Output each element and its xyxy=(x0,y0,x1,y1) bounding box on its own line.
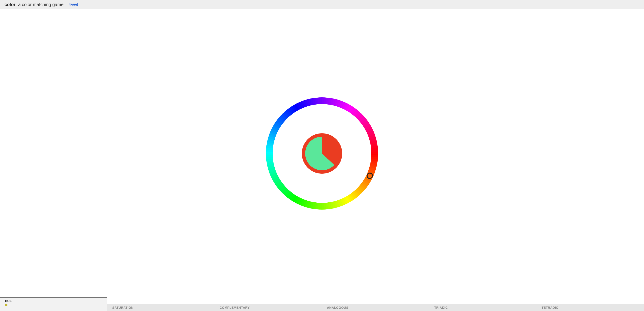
mode-tab-label: HUE xyxy=(5,299,12,302)
mode-tab-hue[interactable]: HUE xyxy=(0,298,107,311)
mode-tabs: HUESATURATIONCOMPLEMENTARYANALOGOUSTRIAD… xyxy=(0,298,644,311)
header-bar: color a color matching game tweet xyxy=(0,0,644,9)
mode-tab-label: TRIADIC xyxy=(434,306,448,309)
app-title-bold: color xyxy=(4,2,16,7)
mode-tab-analogous[interactable]: ANALOGOUS xyxy=(322,304,429,311)
color-wheel[interactable] xyxy=(266,98,378,210)
mode-tab-triadic[interactable]: TRIADIC xyxy=(429,304,536,311)
mode-tab-saturation[interactable]: SATURATION xyxy=(107,304,214,311)
mode-tab-swatch xyxy=(5,304,8,306)
mode-tab-tetradic[interactable]: TETRADIC xyxy=(537,304,644,311)
mode-tab-label: ANALOGOUS xyxy=(327,306,348,309)
mode-tab-label: SATURATION xyxy=(112,306,134,309)
tweet-link[interactable]: tweet xyxy=(69,2,78,6)
mode-tab-label: TETRADIC xyxy=(542,306,558,309)
game-stage xyxy=(0,9,644,298)
app-subtitle: a color matching game xyxy=(18,2,64,7)
mode-tab-label: COMPLEMENTARY xyxy=(220,306,250,309)
mode-tab-complementary[interactable]: COMPLEMENTARY xyxy=(215,304,322,311)
